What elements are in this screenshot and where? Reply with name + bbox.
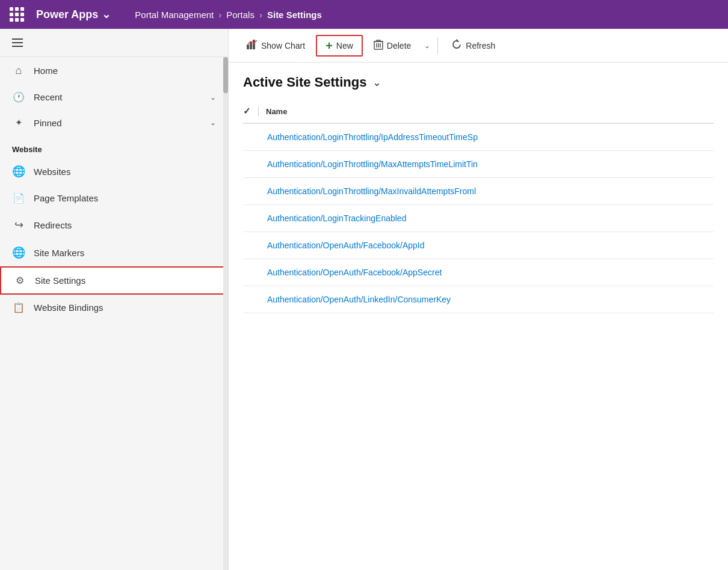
section-label-website: Website: [0, 135, 228, 158]
sidebar-item-label: Page Templates: [34, 193, 98, 203]
trash-icon: [374, 39, 383, 52]
view-title-chevron-icon[interactable]: ⌄: [372, 76, 381, 89]
sidebar-item-label: Site Settings: [35, 275, 85, 286]
table-row: Authentication/LoginThrottling/MaxInvail…: [243, 178, 714, 205]
svg-rect-2: [253, 40, 255, 49]
toolbar-separator: [437, 37, 438, 54]
breadcrumb-arrow1: ›: [218, 10, 221, 20]
table-row: Authentication/OpenAuth/Facebook/AppId: [243, 232, 714, 259]
scroll-thumb[interactable]: [223, 57, 228, 93]
row-link[interactable]: Authentication/LoginThrottling/MaxInvail…: [267, 186, 476, 196]
sidebar-item-home[interactable]: ⌂ Home: [0, 57, 228, 84]
plus-icon: +: [325, 40, 333, 52]
view-title-row: Active Site Settings ⌄: [243, 75, 714, 90]
data-area: Active Site Settings ⌄ ✓ Name Authentica…: [229, 63, 728, 570]
svg-rect-1: [250, 42, 252, 49]
sidebar-item-label: Redirects: [34, 220, 72, 230]
svg-rect-0: [247, 44, 249, 49]
sidebar-item-label: Websites: [34, 167, 70, 177]
row-link[interactable]: Authentication/OpenAuth/LinkedIn/Consume…: [267, 295, 451, 304]
column-name-header: Name: [266, 107, 287, 116]
table-rows: Authentication/LoginThrottling/IpAddress…: [243, 124, 714, 313]
sidebar-top: [0, 29, 228, 57]
sidebar: ⌂ Home 🕐 Recent ⌄ ✦ Pinned ⌄ Website 🌐 W…: [0, 29, 229, 570]
view-title: Active Site Settings: [243, 75, 366, 90]
breadcrumb: Portal Management › Portals › Site Setti…: [135, 10, 321, 20]
row-link[interactable]: Authentication/LoginTrackingEnabled: [267, 213, 406, 223]
chart-icon: [247, 40, 258, 52]
table-header: ✓ Name: [243, 100, 714, 124]
sidebar-item-websites[interactable]: 🌐 Websites: [0, 158, 228, 185]
delete-dropdown-arrow[interactable]: ⌄: [422, 37, 433, 55]
sidebar-item-label: Website Bindings: [34, 302, 103, 313]
row-link[interactable]: Authentication/LoginThrottling/IpAddress…: [267, 132, 478, 142]
sidebar-item-label: Recent: [34, 92, 63, 102]
row-link[interactable]: Authentication/OpenAuth/Facebook/AppSecr…: [267, 268, 442, 277]
new-button[interactable]: + New: [316, 35, 363, 57]
chevron-down-icon: ⌄: [210, 93, 216, 102]
website-bindings-icon: 📋: [12, 302, 25, 313]
redirect-icon: ↪: [12, 218, 25, 231]
sidebar-item-label: Home: [34, 66, 58, 76]
refresh-button[interactable]: Refresh: [443, 34, 504, 57]
brand-chevron[interactable]: ⌄: [102, 8, 111, 21]
chevron-down-icon: ⌄: [210, 118, 216, 127]
sidebar-item-site-markers[interactable]: 🌐 Site Markers: [0, 239, 228, 266]
row-link[interactable]: Authentication/LoginThrottling/MaxAttemp…: [267, 159, 478, 169]
main-layout: ⌂ Home 🕐 Recent ⌄ ✦ Pinned ⌄ Website 🌐 W…: [0, 29, 728, 570]
show-chart-label: Show Chart: [261, 41, 305, 51]
hamburger-icon[interactable]: [10, 36, 218, 49]
sidebar-item-pinned[interactable]: ✦ Pinned ⌄: [0, 110, 228, 135]
sidebar-item-label: Site Markers: [34, 248, 84, 258]
table-row: Authentication/LoginThrottling/IpAddress…: [243, 124, 714, 151]
table-row: Authentication/OpenAuth/LinkedIn/Consume…: [243, 286, 714, 313]
sidebar-item-redirects[interactable]: ↪ Redirects: [0, 211, 228, 239]
scroll-track: [223, 57, 228, 570]
toolbar: Show Chart + New Delete: [229, 29, 728, 63]
nav-portals[interactable]: Portals: [226, 10, 254, 20]
breadcrumb-arrow2: ›: [259, 10, 262, 20]
apps-grid-icon[interactable]: [10, 7, 24, 22]
clock-icon: 🕐: [12, 91, 25, 103]
content-area: Show Chart + New Delete: [229, 29, 728, 570]
show-chart-button[interactable]: Show Chart: [238, 35, 313, 57]
refresh-button-label: Refresh: [466, 41, 495, 51]
top-header: Power Apps ⌄ Portal Management › Portals…: [0, 0, 728, 29]
sidebar-item-page-templates[interactable]: 📄 Page Templates: [0, 185, 228, 211]
refresh-icon: [451, 39, 462, 52]
row-link[interactable]: Authentication/OpenAuth/Facebook/AppId: [267, 241, 425, 250]
page-template-icon: 📄: [12, 192, 25, 204]
check-icon: ✓: [243, 106, 251, 117]
sidebar-content: ⌂ Home 🕐 Recent ⌄ ✦ Pinned ⌄ Website 🌐 W…: [0, 57, 228, 570]
site-settings-icon: ⚙: [13, 275, 26, 286]
sidebar-item-label: Pinned: [34, 118, 62, 128]
new-button-label: New: [336, 41, 353, 51]
table-row: Authentication/LoginTrackingEnabled: [243, 205, 714, 232]
sidebar-item-site-settings[interactable]: ⚙ Site Settings: [0, 266, 228, 295]
table-row: Authentication/LoginThrottling/MaxAttemp…: [243, 151, 714, 178]
globe-icon: 🌐: [12, 165, 25, 178]
sidebar-item-recent[interactable]: 🕐 Recent ⌄: [0, 84, 228, 110]
delete-button[interactable]: Delete: [365, 34, 419, 57]
nav-current-page: Site Settings: [267, 10, 322, 20]
nav-portal-management[interactable]: Portal Management: [135, 10, 214, 20]
pin-icon: ✦: [12, 117, 25, 128]
sidebar-item-website-bindings[interactable]: 📋 Website Bindings: [0, 295, 228, 320]
site-markers-icon: 🌐: [12, 246, 25, 259]
column-separator: [258, 106, 259, 116]
brand-area: Power Apps ⌄: [36, 8, 111, 21]
home-icon: ⌂: [12, 64, 25, 77]
table-row: Authentication/OpenAuth/Facebook/AppSecr…: [243, 259, 714, 286]
delete-button-label: Delete: [387, 41, 411, 51]
brand-name: Power Apps: [36, 8, 98, 21]
